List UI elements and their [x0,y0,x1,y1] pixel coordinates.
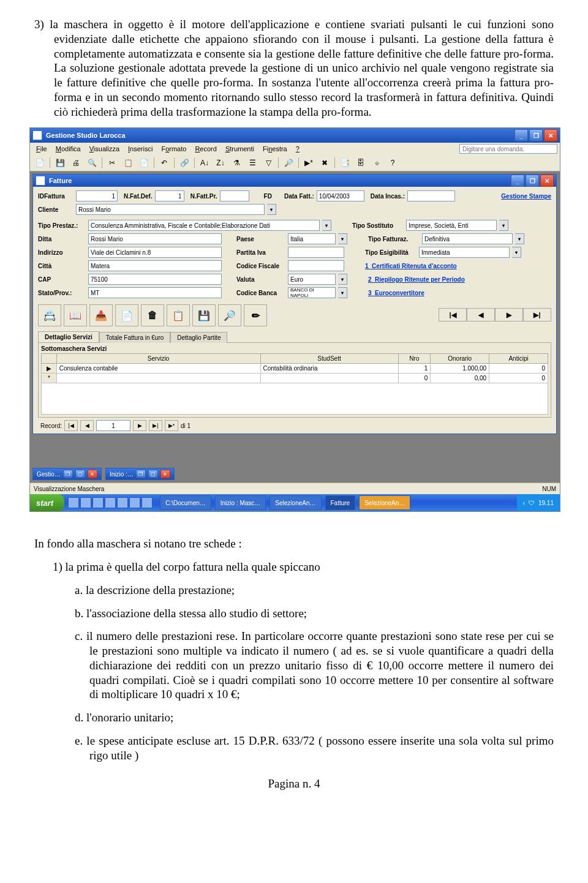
close-button[interactable]: ✕ [544,129,557,141]
ql-icon[interactable] [129,497,140,508]
view-icon[interactable]: 📄 [32,156,47,170]
fld-banca[interactable]: BANCO DI NAPOLI [288,287,336,298]
fld-cap[interactable]: 75100 [88,274,222,285]
rec-last[interactable]: ▶| [149,420,162,431]
inner-min-button[interactable]: _ [511,175,524,187]
copy-icon[interactable]: 📋 [121,156,135,170]
inner-close-button[interactable]: ✕ [540,175,554,187]
menu-record[interactable]: Record [191,144,220,154]
link-euro[interactable]: 3_Euroconvertitore [368,290,424,296]
servizi-grid[interactable]: Servizio StudSett Nro Onorario Anticipi … [41,353,548,383]
menu-finestra[interactable]: Finestra [259,144,291,154]
dd-banca[interactable]: ▾ [338,287,347,298]
icon-btn-7[interactable]: 💾 [192,304,216,326]
dd-cliente[interactable]: ▾ [267,204,276,215]
tray-icon[interactable]: 🛡 [529,500,535,506]
save-icon[interactable]: 💾 [53,156,67,170]
rec-first[interactable]: |◀ [64,420,78,431]
start-button[interactable]: start [30,494,64,511]
db-icon[interactable]: 🗄 [353,156,368,170]
menu-formato[interactable]: Formato [157,144,190,154]
icon-btn-5[interactable]: 🗑 [141,304,164,326]
fld-tipoprest[interactable]: Consulenza Amministrativa, Fiscale e Con… [88,220,320,231]
ql-icon[interactable] [105,497,116,508]
task-item[interactable]: Inizio : Masc… [215,495,266,510]
tab-dettaglio-servizi[interactable]: Dettaglio Servizi [38,331,99,342]
fld-stato[interactable]: MT [88,287,222,298]
dd-tipoesig[interactable]: ▾ [512,247,521,258]
menu-visualizza[interactable]: Visualizza [86,144,123,154]
ql-icon[interactable] [68,497,79,508]
icon-btn-1[interactable]: 📇 [38,304,61,326]
nav-prev[interactable]: ◀ [467,308,495,321]
fld-tipoesig[interactable]: Immediata [419,247,510,258]
tab-totale-fattura[interactable]: Totale Fattura in €uro [99,332,171,343]
mdi-chip-inizio[interactable]: Inizio :… ❐ ▢ ✕ [105,468,175,480]
undo-icon[interactable]: ↶ [157,156,172,170]
icon-btn-6[interactable]: 📋 [167,304,190,326]
find-icon[interactable]: 🔎 [281,156,296,170]
tab-dettaglio-partite[interactable]: Dettaglio Partite [170,332,227,343]
fld-paese[interactable]: Italia [288,233,336,244]
task-item[interactable]: Fatture [325,495,356,510]
code-icon[interactable]: ⟐ [369,156,384,170]
systray[interactable]: ‹ 🛡 19.11 [517,494,560,511]
icon-btn-2[interactable]: 📖 [64,304,87,326]
table-row[interactable]: ▶ Consulenza contabile Contabilità ordin… [42,364,548,374]
filter-form-icon[interactable]: ☰ [245,156,260,170]
rec-new[interactable]: ▶* [165,420,178,431]
cut-icon[interactable]: ✂ [105,156,119,170]
nav-next[interactable]: ▶ [495,308,523,321]
dd-tipoprest[interactable]: ▾ [322,220,331,231]
btn-gestione-stampe[interactable]: Gestione Stampe [501,193,551,200]
help-icon[interactable]: ? [385,156,400,170]
delrec-icon[interactable]: ✖ [317,156,332,170]
fld-indir[interactable]: Viale dei Ciclamini n.8 [88,247,222,258]
paste-icon[interactable]: 📄 [137,156,151,170]
rec-prev[interactable]: ◀ [80,420,94,431]
ql-icon[interactable] [141,497,153,508]
maximize-button[interactable]: ❐ [529,129,543,141]
link-icon[interactable]: 🔗 [177,156,192,170]
menu-strumenti[interactable]: Strumenti [222,144,258,154]
menu-help[interactable]: ? [292,144,303,154]
table-row[interactable]: * 0 0,00 0 [42,374,548,383]
print-icon[interactable]: 🖨 [69,156,83,170]
preview-icon[interactable]: 🔍 [85,156,99,170]
props-icon[interactable]: 📑 [337,156,352,170]
task-item[interactable]: C:\Documen… [160,495,211,510]
tray-icon[interactable]: ‹ [523,500,525,506]
icon-btn-4[interactable]: 📄 [115,304,138,326]
help-search-input[interactable] [459,144,557,154]
sort-asc-icon[interactable]: A↓ [197,156,212,170]
filter-sel-icon[interactable]: ⚗ [229,156,244,170]
menu-inserisci[interactable]: Inserisci [124,144,156,154]
nav-first[interactable]: |◀ [439,308,467,321]
fld-ditta[interactable]: Rossi Mario [88,233,222,244]
fld-nfatdef[interactable]: 1 [155,190,184,201]
rec-pos[interactable] [96,420,130,431]
newrec-icon[interactable]: ▶* [301,156,316,170]
task-item[interactable]: SelezioneAn… [359,495,410,510]
fld-citta[interactable]: Matera [88,260,222,271]
icon-btn-3[interactable]: 📥 [89,304,113,326]
filter-toggle-icon[interactable]: ▽ [261,156,276,170]
fld-nfatpr[interactable] [220,190,249,201]
fld-tipofatt[interactable]: Definitiva [422,233,513,244]
ql-icon[interactable] [92,497,104,508]
dd-paese[interactable]: ▾ [338,233,347,244]
rec-next[interactable]: ▶ [133,420,146,431]
fld-cliente[interactable]: Rossi Mario [76,204,265,215]
dd-tiposost[interactable]: ▾ [499,220,508,231]
icon-btn-8[interactable]: 🔎 [218,304,241,326]
menu-file[interactable]: File [32,144,51,154]
minimize-button[interactable]: _ [514,129,528,141]
fld-dataincas[interactable] [407,190,455,201]
sort-desc-icon[interactable]: Z↓ [213,156,228,170]
fld-idfattura[interactable]: 1 [76,190,118,201]
task-item[interactable]: SelezioneAn… [270,495,321,510]
menu-modifica[interactable]: Modifica [52,144,85,154]
fld-datafat[interactable]: 10/04/2003 [317,190,364,201]
dd-valuta[interactable]: ▾ [338,274,347,285]
icon-btn-9[interactable]: ✏ [244,304,267,326]
